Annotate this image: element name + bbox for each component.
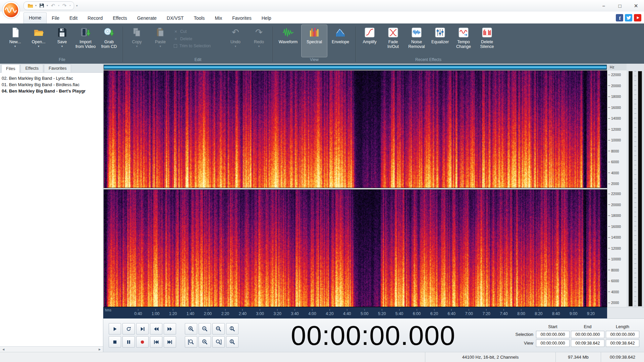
tab-mix[interactable]: Mix (210, 13, 227, 23)
zoom-in-button[interactable] (185, 323, 197, 335)
grab-from-cd-button[interactable]: Grab from CD (98, 25, 120, 57)
scroll-left-icon[interactable]: ◀ (1, 348, 6, 351)
go-to-start-button[interactable] (150, 336, 162, 348)
record-button[interactable] (136, 336, 149, 348)
fast-forward-button[interactable] (164, 323, 176, 335)
envelope-icon (334, 26, 346, 39)
undo-button[interactable]: ↶ Undo ▾ (224, 25, 247, 57)
menu-tab-label: Generate (137, 15, 157, 21)
equalizer-button[interactable]: Equalizer (429, 25, 451, 57)
rewind-button[interactable] (150, 323, 162, 335)
app-logo-icon[interactable] (2, 1, 20, 19)
spectrogram-canvas-left[interactable] (104, 71, 607, 188)
envelope-view-button[interactable]: Envelope (328, 25, 353, 57)
loop-button[interactable] (122, 323, 135, 335)
stop-button[interactable] (109, 336, 121, 348)
delete-silence-icon (481, 26, 493, 39)
tab-edit[interactable]: Edit (64, 13, 83, 23)
save-button[interactable]: Save ▾ (51, 25, 73, 57)
tab-favorites-panel[interactable]: Favorites (44, 64, 71, 72)
vertical-zoom-in-button[interactable] (226, 323, 238, 335)
amplify-button[interactable]: Amplify (358, 25, 381, 57)
tab-home[interactable]: Home (23, 12, 47, 23)
menubar: HomeFileEditRecordEffectsGenerateDX/VSTT… (0, 11, 644, 23)
redo-quick-icon[interactable]: ↷ (61, 2, 68, 9)
tab-effects-panel[interactable]: Effects (20, 64, 43, 72)
tempo-change-button[interactable]: Tempo Change (452, 25, 475, 57)
tab-record[interactable]: Record (83, 13, 108, 23)
save-floppy-icon (56, 26, 68, 39)
view-start-field[interactable]: 00:00:00.000 (536, 340, 570, 347)
open-dropdown-icon[interactable]: ▾ (35, 4, 37, 7)
customize-toolbar-icon[interactable]: ▾ (76, 4, 78, 7)
tab-files[interactable]: Files (1, 64, 20, 73)
copy-button[interactable]: Copy ▾ (125, 25, 148, 57)
zoom-selection-end-button[interactable] (212, 336, 225, 348)
facebook-icon[interactable]: f (616, 14, 623, 21)
play-button[interactable] (109, 323, 121, 335)
timeline-tick: 2:20 (221, 309, 229, 316)
redo-dropdown-icon[interactable]: ▾ (69, 4, 71, 7)
file-list-item[interactable]: 04. Ben Markley Big Band - Bert's Playgr (2, 88, 101, 94)
noise-removal-button[interactable]: Noise Removal (405, 25, 428, 57)
save-dropdown-icon[interactable]: ▾ (61, 45, 63, 48)
waveform-view-button[interactable]: Waveform (275, 25, 301, 57)
tab-file[interactable]: File (47, 13, 64, 23)
spectrogram-canvas-right[interactable] (104, 190, 607, 307)
tab-generate[interactable]: Generate (132, 13, 162, 23)
delete-button[interactable]: ×Delete (172, 36, 223, 42)
cut-button[interactable]: ×Cut (172, 29, 223, 34)
open-dropdown-icon[interactable]: ▾ (38, 45, 40, 48)
tab-favorites[interactable]: Favorites (227, 13, 257, 23)
sidebar-horizontal-scrollbar[interactable]: ◀ ▶ (0, 346, 103, 352)
selection-length-field[interactable]: 00:00:00.000 (606, 331, 639, 338)
view-end-field[interactable]: 00:09:38.642 (571, 340, 604, 347)
zoom-selection-start-button[interactable] (185, 336, 197, 348)
tab-dx-vst[interactable]: DX/VST (162, 13, 189, 23)
zoom-full-button[interactable] (199, 336, 211, 348)
file-list-item[interactable]: 01. Ben Markley Big Band - Birdless.flac (2, 81, 101, 88)
paste-button[interactable]: Paste ▾ (149, 25, 172, 57)
timeline-ruler[interactable]: hms 0:401:001:201:402:002:202:403:003:20… (103, 307, 607, 318)
youtube-icon[interactable] (634, 14, 641, 21)
file-list-item[interactable]: 02. Ben Markley Big Band - Lyric.flac (2, 75, 101, 81)
open-recent-icon[interactable] (27, 2, 34, 9)
minimize-button[interactable]: − (596, 0, 612, 11)
new-button[interactable]: New... ▾ (4, 25, 26, 57)
ribbon-separator (123, 26, 123, 62)
delete-silence-button[interactable]: Delete Silence (476, 25, 498, 57)
tab-effects[interactable]: Effects (108, 13, 132, 23)
spectrogram-channel-left[interactable] (104, 70, 607, 188)
save-quick-icon[interactable] (38, 2, 45, 9)
overview-scroll-bar[interactable] (104, 65, 607, 70)
twitter-icon[interactable] (625, 14, 632, 21)
edit-small-buttons: ×Cut ×Delete Trim to Selection (172, 25, 223, 57)
undo-quick-icon[interactable]: ↶ (50, 2, 56, 9)
maximize-button[interactable]: □ (612, 0, 628, 11)
vertical-zoom-out-button[interactable] (226, 336, 238, 348)
fade-in-out-button[interactable]: Fade In/Out (382, 25, 405, 57)
redo-button[interactable]: ↷ Redo ▾ (248, 25, 270, 57)
view-length-field[interactable]: 00:09:38.642 (606, 340, 639, 347)
selection-start-field[interactable]: 00:00:00.000 (536, 331, 570, 338)
save-dropdown-icon[interactable]: ▾ (47, 4, 48, 7)
spectrogram-channel-right[interactable] (104, 189, 607, 307)
sidebar-tab-label: Favorites (49, 66, 66, 71)
zoom-out-button[interactable] (199, 323, 211, 335)
timeline-tick: 3:20 (273, 309, 281, 316)
zoom-100-button[interactable] (212, 323, 225, 335)
selection-end-field[interactable]: 00:00:00.000 (571, 331, 604, 338)
tab-help[interactable]: Help (257, 13, 276, 23)
new-dropdown-icon[interactable]: ▾ (14, 45, 16, 48)
import-from-video-button[interactable]: Import from Video (74, 25, 97, 57)
play-to-end-button[interactable] (136, 323, 149, 335)
trim-to-selection-button[interactable]: Trim to Selection (172, 44, 223, 48)
pause-button[interactable] (122, 336, 135, 348)
go-to-end-button[interactable] (164, 336, 176, 348)
close-button[interactable]: × (628, 0, 644, 11)
scroll-right-icon[interactable]: ▶ (97, 348, 102, 351)
tab-tools[interactable]: Tools (189, 13, 210, 23)
open-button[interactable]: Open... ▾ (27, 25, 50, 57)
spectral-view-button[interactable]: Spectral (302, 25, 327, 57)
undo-dropdown-icon[interactable]: ▾ (58, 4, 59, 7)
